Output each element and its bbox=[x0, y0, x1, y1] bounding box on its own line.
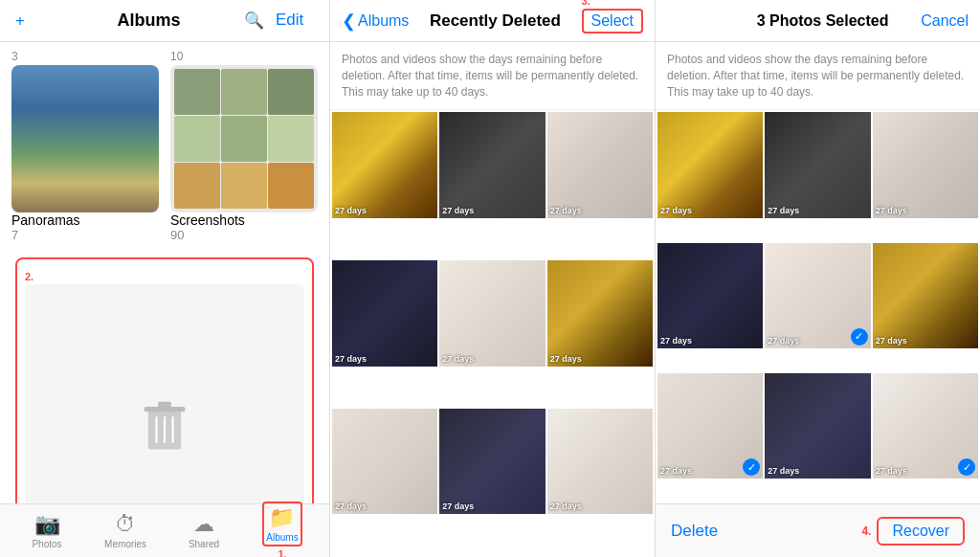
photo-cell-3[interactable]: 27 days bbox=[547, 112, 653, 217]
days-badge-6: 27 days bbox=[550, 354, 582, 364]
right-info-text: Photos and videos show the days remainin… bbox=[656, 42, 980, 110]
left-tab-bar: 📷 Photos ⏱ Memories ☁ Shared 📁 Albums 1. bbox=[0, 503, 329, 557]
right-bottom-bar: Delete 4. Recover bbox=[656, 503, 980, 557]
panoramas-name: Panoramas bbox=[11, 212, 159, 228]
albums-title: Albums bbox=[54, 11, 244, 31]
right-days-8: 27 days bbox=[768, 466, 799, 476]
screenshots-top-count: 10 bbox=[170, 50, 318, 63]
photo-cell-4[interactable]: 27 days bbox=[332, 260, 437, 366]
tab-albums[interactable]: 📁 Albums 1. bbox=[243, 498, 322, 557]
cancel-button[interactable]: Cancel bbox=[921, 12, 969, 30]
panoramas-count: 7 bbox=[11, 228, 159, 242]
panoramas-thumb bbox=[11, 65, 159, 212]
tab-shared-label: Shared bbox=[189, 539, 219, 549]
back-button[interactable]: ❮ Albums bbox=[342, 11, 409, 32]
days-badge-2: 27 days bbox=[442, 206, 474, 215]
photo-cell-9[interactable]: 27 days bbox=[547, 409, 653, 514]
search-button[interactable]: 🔍 bbox=[244, 11, 264, 31]
photo-cell-8[interactable]: 27 days bbox=[439, 409, 545, 514]
back-label: Albums bbox=[358, 12, 409, 30]
right-days-4: 27 days bbox=[660, 336, 692, 345]
select-button[interactable]: Select bbox=[582, 9, 643, 33]
tab-albums-highlight: 📁 Albums bbox=[262, 501, 301, 546]
days-badge-1: 27 days bbox=[335, 206, 367, 215]
annotation-1: 1. bbox=[278, 548, 286, 557]
days-badge-5: 27 days bbox=[442, 354, 474, 364]
selected-checkmark-7: ✓ bbox=[743, 458, 760, 476]
right-days-6: 27 days bbox=[876, 336, 907, 345]
right-header: 3 Photos Selected Cancel bbox=[656, 0, 980, 42]
middle-header: ❮ Albums Recently Deleted Select 3. bbox=[330, 0, 655, 42]
right-days-5: 27 days bbox=[768, 336, 799, 345]
right-photo-6[interactable]: 27 days bbox=[873, 243, 978, 348]
tab-photos-label: Photos bbox=[32, 539, 61, 549]
album-grid: 3 Panoramas 7 10 bbox=[11, 50, 318, 242]
photos-icon: 📷 bbox=[34, 512, 60, 537]
days-badge-9: 27 days bbox=[550, 501, 582, 511]
days-badge-3: 27 days bbox=[550, 206, 582, 215]
delete-button[interactable]: Delete bbox=[671, 522, 718, 541]
add-button[interactable]: + bbox=[15, 11, 54, 31]
right-photo-8[interactable]: 27 days bbox=[765, 373, 870, 479]
screenshots-count: 90 bbox=[170, 228, 318, 242]
right-photo-1[interactable]: 27 days bbox=[657, 112, 763, 217]
edit-button[interactable]: Edit bbox=[276, 11, 314, 31]
photo-cell-2[interactable]: 27 days bbox=[439, 112, 545, 217]
right-days-9: 27 days bbox=[876, 466, 907, 476]
albums-icon: 📁 bbox=[269, 505, 295, 530]
album-item-panoramas[interactable]: 3 Panoramas 7 bbox=[11, 50, 159, 242]
right-days-2: 27 days bbox=[768, 206, 799, 215]
svg-rect-2 bbox=[158, 402, 171, 409]
right-panel: 3 Photos Selected Cancel Photos and vide… bbox=[656, 0, 980, 557]
days-badge-8: 27 days bbox=[442, 501, 474, 511]
memories-icon: ⏱ bbox=[115, 512, 136, 537]
screenshots-name: Screenshots bbox=[170, 212, 318, 228]
left-header: + Albums 🔍 Edit bbox=[0, 0, 329, 42]
right-photo-7[interactable]: 27 days ✓ bbox=[657, 373, 763, 479]
recently-deleted-box[interactable]: 2. Recently Deleted 11 bbox=[15, 257, 314, 503]
selected-checkmark-9: ✓ bbox=[958, 458, 975, 476]
right-photo-4[interactable]: 27 days bbox=[657, 243, 763, 348]
annotation-4: 4. bbox=[861, 524, 871, 538]
tab-photos[interactable]: 📷 Photos bbox=[8, 508, 86, 553]
annotation-2: 2. bbox=[25, 271, 33, 282]
chevron-left-icon: ❮ bbox=[342, 11, 356, 32]
tab-shared[interactable]: ☁ Shared bbox=[165, 508, 243, 553]
right-days-1: 27 days bbox=[660, 206, 692, 215]
photo-cell-1[interactable]: 27 days bbox=[332, 112, 437, 217]
recover-button[interactable]: Recover bbox=[877, 517, 965, 546]
middle-panel: ❮ Albums Recently Deleted Select 3. Phot… bbox=[330, 0, 656, 557]
right-photo-2[interactable]: 27 days bbox=[765, 112, 870, 217]
recently-deleted-thumb bbox=[25, 284, 304, 503]
annotation-3: 3. bbox=[582, 0, 590, 7]
right-photo-5[interactable]: 27 days ✓ bbox=[765, 243, 870, 348]
photos-selected-text: 3 Photos Selected bbox=[757, 12, 889, 30]
right-days-7: 27 days bbox=[660, 466, 692, 476]
middle-photo-grid: 27 days 27 days 27 days 27 days 27 days … bbox=[330, 110, 655, 557]
right-photo-3[interactable]: 27 days bbox=[873, 112, 978, 217]
days-badge-4: 27 days bbox=[335, 354, 367, 364]
selected-checkmark-5: ✓ bbox=[851, 328, 868, 345]
photo-cell-5[interactable]: 27 days bbox=[439, 260, 545, 366]
photo-cell-6[interactable]: 27 days bbox=[547, 260, 653, 366]
right-photo-grid: 27 days 27 days 27 days 27 days 27 days … bbox=[656, 110, 980, 503]
shared-icon: ☁ bbox=[193, 512, 214, 537]
tab-albums-label: Albums bbox=[266, 532, 298, 543]
album-item-screenshots[interactable]: 10 Screenshots 90 bbox=[170, 50, 318, 242]
albums-scroll: 3 Panoramas 7 10 bbox=[0, 42, 329, 503]
middle-title: Recently Deleted bbox=[430, 11, 561, 31]
screenshots-thumb bbox=[170, 65, 318, 212]
right-days-3: 27 days bbox=[876, 206, 907, 215]
right-photo-9[interactable]: 27 days ✓ bbox=[873, 373, 978, 479]
days-badge-7: 27 days bbox=[335, 501, 367, 511]
left-panel: + Albums 🔍 Edit 3 Panoramas 7 10 bbox=[0, 0, 330, 557]
tab-memories-label: Memories bbox=[104, 539, 146, 549]
recently-deleted-section: 2. Recently Deleted 11 bbox=[11, 250, 318, 503]
panoramas-top-count: 3 bbox=[11, 50, 159, 63]
tab-memories[interactable]: ⏱ Memories bbox=[86, 508, 165, 553]
photo-cell-7[interactable]: 27 days bbox=[332, 409, 437, 514]
middle-info-text: Photos and videos show the days remainin… bbox=[330, 42, 655, 110]
